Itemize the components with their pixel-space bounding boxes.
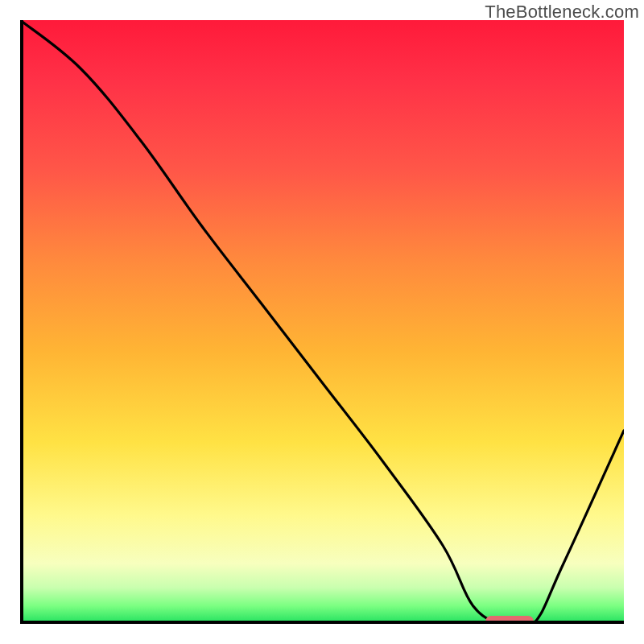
optimal-zone-marker (485, 616, 534, 624)
plot-area (20, 20, 624, 624)
chart-root: TheBottleneck.com (0, 0, 644, 644)
bottleneck-curve (20, 20, 624, 624)
curve-layer (20, 20, 624, 624)
